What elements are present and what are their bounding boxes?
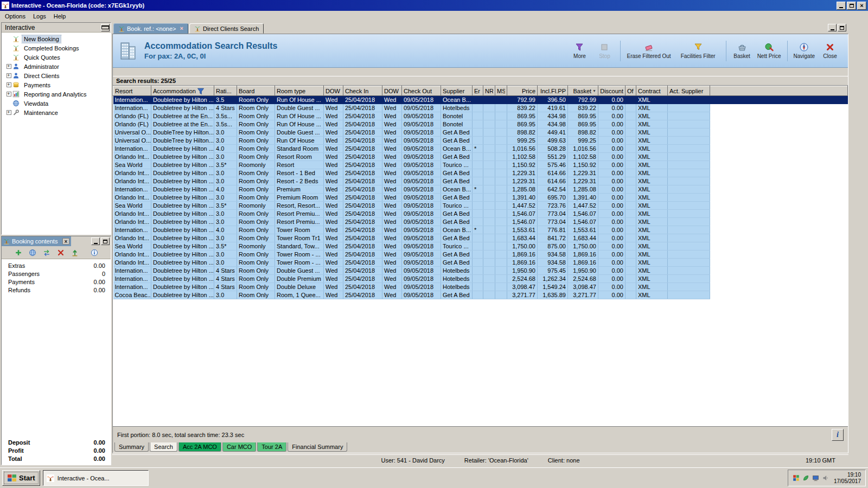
table-row[interactable]: Orlando Int...Doubletree by Hilton ...3.… [113, 177, 848, 185]
transfer-button[interactable] [42, 248, 52, 258]
booking-item-extras[interactable]: Extras0.00 [2, 261, 111, 269]
table-row[interactable]: Orlando (FL)Doubletree at the En...3.5s.… [113, 112, 848, 120]
menu-item-logs[interactable]: Logs [29, 12, 50, 21]
minimize-button[interactable] [91, 237, 100, 245]
column-header-price-13[interactable]: Price [507, 86, 538, 96]
table-row[interactable]: Internation...Doubletree by Hilton ...4.… [113, 145, 848, 153]
table-row[interactable]: Orlando Int...Doubletree by Hilton ...3.… [113, 234, 848, 242]
bottom-tab-acc-2a-mco[interactable]: Acc 2A MCO [178, 442, 221, 452]
table-row[interactable]: Orlando (FL)Doubletree at the En...3.5s.… [113, 120, 848, 129]
navigate-button[interactable]: Navigate [792, 41, 816, 60]
booking-item-passengers[interactable]: Passengers0 [2, 269, 111, 278]
export-button[interactable] [70, 248, 80, 258]
table-row[interactable]: Internation...Doubletree by Hilton ...4.… [113, 185, 848, 194]
more-button[interactable]: More [568, 41, 591, 60]
table-row[interactable]: Orlando Int...Doubletree by Hilton ...3.… [113, 210, 848, 218]
column-header-room-type-4[interactable]: Room type [275, 86, 324, 96]
column-header-act-supplier-19[interactable]: Act. Supplier [668, 86, 710, 96]
bottom-tab-search[interactable]: Search [150, 442, 177, 452]
table-row[interactable]: Orlando Int...Doubletree by Hilton ...3.… [113, 153, 848, 161]
table-row[interactable]: Internation...Doubletree by Hilton ...4 … [113, 267, 848, 275]
expand-plus-icon[interactable]: + [7, 82, 11, 87]
minimize-button[interactable] [828, 24, 837, 31]
erase-filtered-out-button[interactable]: Erase Filtered Out [625, 41, 672, 60]
table-row[interactable]: Orlando Int...Doubletree by Hilton ...3.… [113, 169, 848, 177]
booking-contents-titlebar[interactable]: Booking contents × [2, 236, 71, 246]
booking-item-payments[interactable]: Payments0.00 [2, 278, 111, 286]
expander-slot[interactable]: + [5, 82, 12, 87]
column-header-basket-15[interactable]: Basket▼ [568, 86, 598, 96]
grid-icon[interactable] [793, 474, 800, 481]
sidebar-item-maintenance[interactable]: +Maintenance [2, 108, 111, 117]
bottom-tab-financial-summary[interactable]: Financial Summary [288, 442, 347, 452]
start-button[interactable]: Start [2, 470, 40, 486]
info-button[interactable]: i [832, 429, 844, 441]
column-header-ms-12[interactable]: MS [495, 86, 507, 96]
bottom-tab-tour-2a[interactable]: Tour 2A [257, 442, 286, 452]
table-row[interactable]: Internation...Doubletree by Hilton ...4.… [113, 226, 848, 234]
close-icon[interactable]: × [62, 238, 69, 245]
info-button[interactable] [90, 248, 99, 258]
column-header-incl-fl-pp-14[interactable]: Incl.Fl.PP [538, 86, 568, 96]
menu-item-help[interactable]: Help [50, 12, 70, 21]
expander-slot[interactable]: + [5, 110, 12, 115]
table-row[interactable]: Sea WorldDoubletree by Hilton ...3.5*Roo… [113, 202, 848, 210]
column-header-resort-0[interactable]: Resort [113, 86, 151, 96]
table-row[interactable]: Orlando Int...Doubletree by Hilton ...3.… [113, 218, 848, 226]
column-header-supplier-9[interactable]: Supplier [441, 86, 473, 96]
table-row[interactable]: Orlando Int...Doubletree by Hilton ...3.… [113, 251, 848, 259]
expander-slot[interactable]: + [5, 73, 12, 78]
delete-button[interactable] [56, 248, 66, 258]
close-button[interactable]: Close [819, 41, 841, 60]
column-header-of-17[interactable]: Of [626, 86, 636, 96]
expand-plus-icon[interactable]: + [7, 64, 11, 69]
sidebar-item-reporting-and-analytics[interactable]: +Reporting and Analytics [2, 89, 111, 99]
expander-slot[interactable]: + [5, 64, 12, 69]
sidebar-item-payments[interactable]: +Payments [2, 80, 111, 89]
table-row[interactable]: Sea WorldDoubletree by Hilton ...3.5*Roo… [113, 161, 848, 169]
table-row[interactable]: Internation...Doubletree by Hilton ...4 … [113, 104, 848, 112]
column-header-dow-7[interactable]: DOW [382, 86, 402, 96]
globe-button[interactable] [28, 248, 37, 258]
column-header-er-10[interactable]: Er [473, 86, 483, 96]
restore-button[interactable] [101, 237, 110, 245]
table-row[interactable]: Sea WorldDoubletree by Hilton ...3.5*Roo… [113, 242, 848, 251]
leaf-icon[interactable] [802, 474, 809, 481]
add-button[interactable] [14, 248, 23, 258]
minimize-button[interactable] [837, 2, 846, 10]
column-header-rati-2[interactable]: Rati... [214, 86, 237, 96]
column-header-check-out-8[interactable]: Check Out [402, 86, 441, 96]
speaker-icon[interactable] [822, 474, 829, 481]
tab-direct-clients-search[interactable]: Direct Clients Search [189, 23, 264, 34]
column-header-accommodation-1[interactable]: Accommodation [151, 86, 214, 96]
restore-button[interactable] [838, 24, 846, 31]
sidebar-item-quick-quotes[interactable]: Quick Quotes [2, 53, 111, 62]
column-header-nr-11[interactable]: NR [483, 86, 495, 96]
table-row[interactable]: Cocoa Beac...Doubletree by Hilton ...3.0… [113, 291, 848, 299]
expand-plus-icon[interactable]: + [7, 110, 11, 115]
facilities-filter-button[interactable]: Facilities Filter [675, 41, 722, 60]
expand-plus-icon[interactable]: + [7, 92, 11, 97]
column-header-board-3[interactable]: Board [237, 86, 275, 96]
bottom-tab-summary[interactable]: Summary [114, 442, 149, 452]
close-icon[interactable]: × [180, 25, 183, 31]
booking-item-refunds[interactable]: Refunds0.00 [2, 286, 111, 294]
collapse-panel-button[interactable] [101, 24, 110, 31]
maximize-button[interactable] [847, 2, 856, 10]
menu-item-options[interactable]: Options [1, 12, 29, 21]
table-row[interactable]: Orlando Int...Doubletree by Hilton ...3.… [113, 259, 848, 267]
taskbar-task-button[interactable]: Interactive - Ocea... [43, 470, 149, 486]
monitor-icon[interactable] [812, 474, 819, 481]
sidebar-item-direct-clients[interactable]: +Direct Clients [2, 71, 111, 80]
table-row[interactable]: Orlando Int...Doubletree by Hilton ...3.… [113, 194, 848, 202]
column-header-contract-18[interactable]: Contract [636, 86, 668, 96]
nett-price-button[interactable]: Nett Price [756, 41, 783, 60]
column-header-dow-5[interactable]: DOW [324, 86, 343, 96]
column-header-check-in-6[interactable]: Check In [343, 86, 382, 96]
sidebar-item-completed-bookings[interactable]: Completed Bookings [2, 43, 111, 53]
close-button[interactable]: × [857, 2, 866, 10]
sidebar-item-new-booking[interactable]: New Booking [2, 34, 111, 43]
column-header-discount-16[interactable]: Discount [598, 86, 626, 96]
sidebar-item-administrator[interactable]: +Administrator [2, 62, 111, 71]
basket-button[interactable]: Basket [731, 41, 754, 60]
